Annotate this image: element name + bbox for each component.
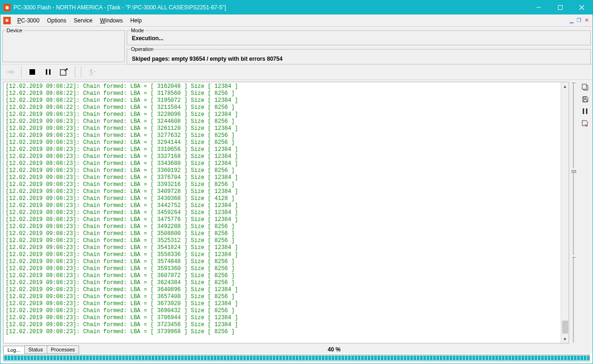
log-scrollbar[interactable]: ▲ ▼ [561, 82, 569, 343]
mdi-restore-icon[interactable]: ❐ [576, 17, 582, 24]
operation-value: Skiped pages: empty 93654 / empty with b… [130, 53, 587, 63]
svg-rect-17 [583, 108, 584, 114]
svg-point-8 [90, 69, 92, 71]
svg-line-13 [91, 73, 93, 75]
progress-bar [3, 355, 590, 361]
menu-options[interactable]: Options [43, 15, 70, 26]
scroll-thumb[interactable] [562, 321, 568, 334]
svg-line-12 [90, 73, 91, 75]
mode-legend: Mode [130, 28, 145, 33]
tab-processes[interactable]: Processes [47, 345, 79, 354]
toolbar [0, 64, 593, 80]
operation-fieldset: Operation Skiped pages: empty 93654 / em… [127, 46, 591, 64]
export-button[interactable] [57, 66, 71, 78]
scroll-up-icon[interactable]: ▲ [561, 82, 569, 90]
scroll-down-icon[interactable]: ▼ [561, 335, 569, 343]
svg-rect-5 [46, 69, 47, 75]
pause-icon[interactable] [581, 107, 589, 115]
svg-rect-4 [29, 69, 35, 75]
run-button[interactable] [85, 66, 99, 78]
menu-app-icon: ✱ [3, 17, 11, 24]
side-toolbar [580, 82, 590, 343]
menu-help[interactable]: Help [126, 15, 145, 26]
app-icon: ✱ [3, 4, 11, 11]
titlebar: ✱ PC-3000 Flash - NORTH AMERICA - [Task … [0, 0, 593, 14]
main-area: [12.02.2019 09:08:22]: Chain formed: LBA… [0, 80, 593, 343]
tab-status[interactable]: Status [24, 345, 47, 354]
tab-log[interactable]: Log... [3, 346, 25, 354]
window-title: PC-3000 Flash - NORTH AMERICA - [Task - … [14, 4, 528, 11]
progress-label: 40 % [79, 346, 590, 354]
pause-button[interactable] [41, 66, 55, 78]
mdi-minimize-icon[interactable]: ▁ [568, 17, 575, 24]
device-legend: Device [6, 28, 23, 33]
minimize-button[interactable] [528, 0, 550, 14]
menu-pc3000[interactable]: PC-3000 [14, 15, 43, 26]
save-icon[interactable] [581, 95, 589, 103]
progress-fill [4, 356, 590, 360]
svg-rect-18 [586, 108, 587, 114]
maximize-button[interactable] [550, 0, 571, 14]
mode-fieldset: Mode Execution... [127, 28, 591, 45]
svg-rect-6 [49, 69, 51, 75]
copy-icon[interactable] [581, 83, 589, 91]
mode-value: Execution... [130, 34, 587, 43]
device-fieldset: Device [2, 28, 125, 62]
log-text: [12.02.2019 09:08:22]: Chain formed: LBA… [4, 82, 561, 343]
vertical-track-left [571, 82, 579, 343]
stop-button[interactable] [25, 66, 39, 78]
svg-rect-15 [584, 97, 586, 99]
autosave-icon[interactable] [581, 119, 589, 128]
menu-windows[interactable]: Windows [96, 15, 127, 26]
svg-rect-14 [582, 84, 586, 89]
svg-rect-1 [558, 6, 563, 10]
menu-service[interactable]: Service [70, 15, 96, 26]
menubar: ✱ PC-3000 Options Service Windows Help ▁… [0, 14, 593, 27]
bottom-tabs: Log... Status Processes 40 % [0, 343, 593, 354]
info-panels: Device Mode Execution... Operation Skipe… [0, 27, 593, 64]
mdi-close-icon[interactable]: ✕ [583, 17, 590, 24]
connect-button[interactable] [3, 66, 17, 78]
svg-rect-16 [584, 100, 587, 102]
close-button[interactable] [571, 0, 593, 14]
operation-legend: Operation [130, 46, 154, 52]
log-panel: [12.02.2019 09:08:22]: Chain formed: LBA… [3, 82, 569, 343]
